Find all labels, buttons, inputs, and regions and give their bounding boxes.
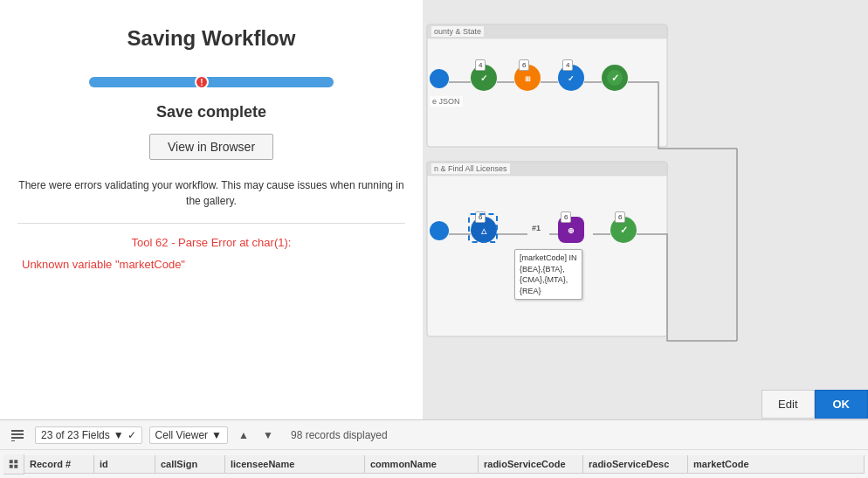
svg-text:⊕: ⊕ [568,226,575,235]
fields-checkmark: ✓ [127,429,136,441]
fields-dropdown-arrow: ▼ [114,429,124,441]
warning-text: There were errors validating your workfl… [17,177,405,209]
radio-service-desc-header: radioServiceDesc [583,455,688,474]
tool-node-5: ✓ [602,65,628,91]
badge-node2: 4 [475,59,486,71]
progress-error-indicator: ! [195,75,209,89]
badge-bottom-3: 6 [561,211,571,223]
parse-error-label: Tool 62 - Parse Error at char(1): [17,236,405,249]
action-buttons-container: Edit OK [761,390,868,419]
unknown-var-error: Unknown variable "marketCode" [17,258,405,271]
column-headers-row: Record # id callSign licenseeName common… [0,450,868,478]
view-in-browser-button[interactable]: View in Browser [149,134,273,160]
left-panel: Saving Workflow ! Save complete View in … [0,0,423,419]
list-icon [10,428,24,442]
bottom-toolbar: 23 of 23 Fields ▼ ✓ Cell Viewer ▼ ▲ ▼ 98… [0,419,868,478]
progress-bar-container: ! [89,77,334,87]
tooltip-line-4: {REA} [520,286,577,297]
cell-viewer-arrow: ▼ [211,429,222,441]
call-sign-header: callSign [155,455,225,474]
divider [17,223,405,224]
edit-button[interactable]: Edit [761,390,814,419]
canvas-svg [423,0,868,419]
fields-dropdown[interactable]: 23 of 23 Fields ▼ ✓ [35,426,142,444]
tool-node-1 [430,69,449,88]
badge-bottom-4: 6 [615,211,625,223]
tooltip-line-3: {CMA},{MTA}, [520,274,577,286]
toolbar-top-row: 23 of 23 Fields ▼ ✓ Cell Viewer ▼ ▲ ▼ 98… [0,420,868,450]
hash-1-label: #1 [532,224,541,232]
row-icon-header [3,454,24,475]
top-box-label: ounty & State [431,26,484,37]
tooltip-line-2: {BEA},{BTA}, [520,264,577,275]
market-code-header: marketCode [688,455,865,474]
svg-rect-33 [10,460,13,463]
svg-rect-36 [14,465,17,468]
table-icon [9,458,18,470]
common-name-header: commonName [365,455,479,474]
id-header: id [94,455,155,474]
warning-text-content: There were errors validating your workfl… [18,179,403,207]
saving-workflow-title: Saving Workflow [127,26,296,51]
svg-rect-0 [427,24,667,147]
error-message-area: There were errors validating your workfl… [0,177,423,271]
svg-rect-34 [14,460,17,463]
workflow-canvas: ounty & State e JSON ✓ 4 ⊞ 6 ✓ 4 [423,0,868,419]
svg-rect-29 [11,430,24,432]
progress-bar-fill [89,77,334,87]
svg-text:✓: ✓ [568,74,575,83]
records-displayed-count: 98 records displayed [291,429,388,441]
ok-button[interactable]: OK [815,390,869,419]
svg-text:✓: ✓ [611,73,619,83]
json-label: e JSON [430,96,463,107]
svg-text:✓: ✓ [620,225,628,235]
selection-indicator [468,213,498,243]
tooltip-box: [marketCode] IN {BEA},{BTA}, {CMA},{MTA}… [514,249,582,300]
save-complete-label: Save complete [156,103,266,121]
cell-viewer-label: Cell Viewer [155,429,208,441]
record-header: Record # [24,455,94,474]
svg-rect-30 [11,433,24,435]
fields-count-label: 23 of 23 Fields [41,429,110,441]
badge-node3: 6 [519,59,529,71]
svg-text:⊞: ⊞ [525,75,531,83]
cell-viewer-dropdown[interactable]: Cell Viewer ▼ [149,426,228,444]
radio-service-code-header: radioServiceCode [479,455,583,474]
row-icon-button[interactable] [7,425,28,446]
bottom-box-label: n & Find All Licenses [431,163,510,174]
tooltip-line-1: [marketCode] IN [520,253,577,264]
bottom-node-1 [430,221,449,240]
licensee-name-header: licenseeName [225,455,365,474]
canvas-area: ounty & State e JSON ✓ 4 ⊞ 6 ✓ 4 [423,0,868,419]
svg-rect-32 [11,440,15,441]
svg-rect-31 [11,437,24,439]
sort-down-button[interactable]: ▼ [259,426,277,444]
sort-up-button[interactable]: ▲ [235,426,252,444]
svg-rect-35 [10,465,13,468]
badge-node4: 4 [562,59,573,71]
svg-text:✓: ✓ [480,73,487,83]
